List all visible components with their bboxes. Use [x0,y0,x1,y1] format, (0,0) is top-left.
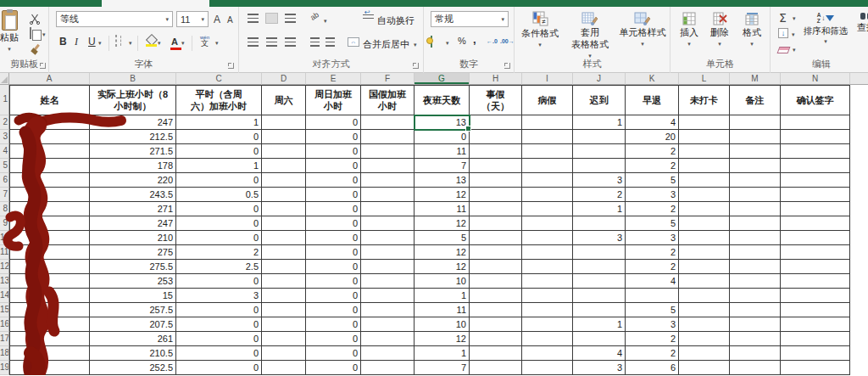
cell-M7[interactable] [730,188,781,202]
borders-icon[interactable] [115,35,117,47]
cell-D19[interactable] [262,361,306,375]
grow-font-icon[interactable]: A [214,14,220,25]
cell-I15[interactable] [522,303,573,317]
cell-C13[interactable]: 0 [176,274,262,289]
clipboard-dialog-launcher[interactable] [40,63,46,69]
cell-N16[interactable] [781,317,850,332]
cell-L13[interactable] [679,274,730,289]
cell-D8[interactable] [262,202,306,216]
cell-E12[interactable]: 0 [306,260,361,274]
cell-K12[interactable]: 2 [626,260,679,274]
row-header-3[interactable]: 3 [0,130,9,144]
conditional-formatting-button[interactable]: ≠ 条件格式 ▾ [518,11,562,48]
bold-button[interactable]: B [59,36,67,48]
cell-H7[interactable] [470,188,522,202]
cell-J5[interactable] [573,159,626,173]
cell-N17[interactable] [781,332,850,346]
column-header-N[interactable]: N [781,73,850,85]
cell-N11[interactable] [781,245,850,260]
underline-button[interactable]: U [88,36,96,48]
select-all-corner[interactable] [0,73,9,85]
cell-C16[interactable]: 0 [176,317,262,332]
cell-styles-button[interactable]: 单元格样式 ▾ [616,11,669,47]
cell-L4[interactable] [679,144,730,159]
cell-N13[interactable] [781,274,850,289]
cell-B12[interactable]: 275.5 [90,260,176,274]
cell-E5[interactable]: 0 [306,159,361,173]
row-header-12[interactable]: 12 [0,260,9,274]
column-header-A[interactable]: A [9,73,90,85]
phonetic-guide-icon[interactable]: wén 文 [200,35,209,48]
cell-F18[interactable] [361,346,415,361]
cell-B5[interactable]: 178 [90,159,176,173]
cell-G10[interactable]: 5 [415,231,470,245]
cell-L3[interactable] [679,130,730,144]
cell-M11[interactable] [730,245,781,260]
cell-K13[interactable]: 4 [626,274,679,289]
row-header-17[interactable]: 17 [0,332,9,346]
cell-A16[interactable] [9,317,90,332]
cell-B4[interactable]: 271.5 [90,144,176,159]
cell-G16[interactable]: 10 [415,317,470,332]
cell-C18[interactable]: 0 [176,346,262,361]
cell-J3[interactable] [573,130,626,144]
cell-H16[interactable] [470,317,522,332]
cell-I9[interactable] [522,216,573,231]
cell-K10[interactable]: 3 [626,231,679,245]
cell-J9[interactable] [573,216,626,231]
cell-E4[interactable]: 0 [306,144,361,159]
underline-dropdown-icon[interactable]: ▾ [98,40,102,46]
cell-H15[interactable] [470,303,522,317]
row-header-1[interactable]: 1 [0,85,9,115]
cell-E19[interactable]: 0 [306,361,361,375]
cell-H17[interactable] [470,332,522,346]
cell-J6[interactable]: 3 [573,173,626,188]
row-header-15[interactable]: 15 [0,303,9,317]
column-header-K[interactable]: K [626,73,679,85]
table-header-G[interactable]: 夜班天数 [415,85,470,115]
row-header-16[interactable]: 16 [0,317,9,332]
cell-J17[interactable] [573,332,626,346]
font-color-icon[interactable]: A [171,36,178,47]
cell-L15[interactable] [679,303,730,317]
cell-J18[interactable]: 4 [573,346,626,361]
cell-D2[interactable] [262,115,306,130]
cell-B14[interactable]: 15 [90,289,176,303]
column-header-E[interactable]: E [306,73,361,85]
cell-I12[interactable] [522,260,573,274]
cell-G5[interactable]: 7 [415,159,470,173]
cell-F7[interactable] [361,188,415,202]
cell-L7[interactable] [679,188,730,202]
italic-button[interactable]: I [75,36,78,48]
row-header-13[interactable]: 13 [0,274,9,289]
decrease-decimal-icon[interactable]: .00→ [500,38,515,44]
table-header-H[interactable]: 事假 （天） [470,85,522,115]
cell-M2[interactable] [730,115,781,130]
cell-F13[interactable] [361,274,415,289]
cell-L19[interactable] [679,361,730,375]
number-dialog-launcher[interactable] [504,63,510,69]
cell-B17[interactable]: 261 [90,332,176,346]
cell-N15[interactable] [781,303,850,317]
cell-D6[interactable] [262,173,306,188]
table-header-E[interactable]: 周日加班 小时 [306,85,361,115]
column-header-F[interactable]: F [361,73,415,85]
clear-eraser-icon[interactable] [777,47,791,53]
cell-I11[interactable] [522,245,573,260]
cell-B15[interactable]: 257.5 [90,303,176,317]
cell-I14[interactable] [522,289,573,303]
cell-H9[interactable] [470,216,522,231]
copy-icon[interactable] [30,27,31,39]
cell-I13[interactable] [522,274,573,289]
cell-F19[interactable] [361,361,415,375]
cell-A11[interactable] [9,245,90,260]
cell-E7[interactable]: 0 [306,188,361,202]
cell-M13[interactable] [730,274,781,289]
cell-J2[interactable]: 1 [573,115,626,130]
column-header-B[interactable]: B [90,73,176,85]
cell-I19[interactable] [522,361,573,375]
cell-L17[interactable] [679,332,730,346]
cell-C6[interactable]: 0 [176,173,262,188]
cell-G14[interactable]: 1 [415,289,470,303]
cell-M6[interactable] [730,173,781,188]
